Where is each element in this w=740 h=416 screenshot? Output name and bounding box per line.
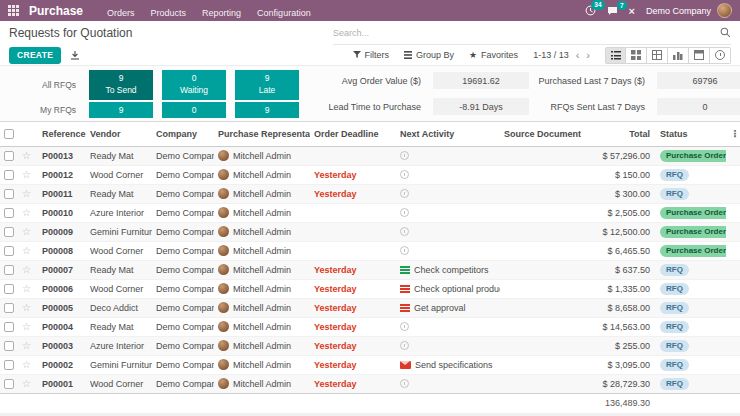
view-switch-list[interactable]: [605, 47, 626, 64]
kpi-value[interactable]: 0: [657, 98, 740, 115]
row-checkbox[interactable]: [4, 151, 14, 161]
table-row[interactable]: P00004 Ready Mat Demo Company Mitchell A…: [0, 317, 740, 336]
column-header-source[interactable]: Source Document: [500, 122, 592, 146]
optional-columns-icon[interactable]: [730, 129, 740, 139]
table-row[interactable]: P00003 Azure Interior Demo Company Mitch…: [0, 336, 740, 355]
favorite-star-icon[interactable]: [22, 303, 31, 313]
row-checkbox[interactable]: [4, 265, 14, 275]
activity-count-badge: 34: [591, 0, 604, 10]
pager-next-button[interactable]: [586, 50, 590, 61]
column-header-total[interactable]: Total: [592, 122, 656, 146]
tile-all-to-send[interactable]: 9To Send: [89, 70, 153, 100]
table-row[interactable]: P00002 Gemini Furniture Demo Company Mit…: [0, 355, 740, 374]
kpi-value[interactable]: -8.91 Days: [433, 98, 529, 115]
row-checkbox[interactable]: [4, 189, 14, 199]
view-switch-activity[interactable]: [710, 47, 731, 64]
menu-orders[interactable]: Orders: [99, 8, 143, 18]
table-row[interactable]: P00011 Ready Mat Demo Company Mitchell A…: [0, 184, 740, 203]
create-button[interactable]: CREATE: [9, 47, 61, 64]
column-header-rep[interactable]: Purchase Representative: [214, 122, 310, 146]
messages-button[interactable]: 7: [607, 6, 618, 16]
favorite-star-icon[interactable]: [22, 341, 31, 351]
menu-configuration[interactable]: Configuration: [249, 8, 319, 18]
favorite-star-icon[interactable]: [22, 170, 31, 180]
export-button[interactable]: [70, 50, 80, 60]
clock-activity-icon[interactable]: [400, 170, 409, 179]
row-checkbox[interactable]: [4, 284, 14, 294]
rep-avatar: [218, 150, 229, 161]
search-input[interactable]: [333, 28, 720, 38]
table-row[interactable]: P00009 Gemini Furniture Demo Company Mit…: [0, 222, 740, 241]
kpi-value[interactable]: 69796: [657, 72, 740, 89]
clock-activity-icon[interactable]: [400, 246, 409, 255]
tile-all-late[interactable]: 9Late: [235, 70, 299, 100]
favorites-button[interactable]: Favorites: [469, 50, 518, 60]
clock-activity-icon[interactable]: [400, 227, 409, 236]
column-header-ref[interactable]: Reference: [38, 122, 86, 146]
user-menu[interactable]: Demo Company: [646, 3, 732, 18]
pager-previous-button[interactable]: [576, 50, 580, 61]
favorite-star-icon[interactable]: [22, 322, 31, 332]
view-switch-graph[interactable]: [668, 47, 689, 64]
search-icon[interactable]: [720, 27, 731, 38]
clock-activity-icon[interactable]: [400, 208, 409, 217]
view-switch-kanban[interactable]: [626, 47, 647, 64]
table-row[interactable]: P00006 Wood Corner Demo Company Mitchell…: [0, 279, 740, 298]
envelope-red-activity-icon[interactable]: [400, 361, 411, 369]
column-header-activity[interactable]: Next Activity: [396, 122, 500, 146]
tile-my-to-send[interactable]: 9: [89, 102, 153, 118]
wrench-button[interactable]: [629, 3, 635, 18]
tasks-red-activity-icon[interactable]: [400, 304, 410, 312]
kpi-value[interactable]: 19691.62: [433, 72, 529, 89]
table-row[interactable]: P00010 Azure Interior Demo Company Mitch…: [0, 203, 740, 222]
view-switch-pivot[interactable]: [647, 47, 668, 64]
column-header-status[interactable]: Status: [656, 122, 726, 146]
favorite-star-icon[interactable]: [22, 284, 31, 294]
clock-activity-icon[interactable]: [400, 189, 409, 198]
row-checkbox[interactable]: [4, 227, 14, 237]
row-checkbox[interactable]: [4, 303, 14, 313]
favorite-star-icon[interactable]: [22, 360, 31, 370]
favorite-star-icon[interactable]: [22, 189, 31, 199]
row-checkbox[interactable]: [4, 379, 14, 389]
favorite-star-icon[interactable]: [22, 151, 31, 161]
tasks-green-activity-icon[interactable]: [400, 266, 410, 274]
favorite-star-icon[interactable]: [22, 208, 31, 218]
column-header-vendor[interactable]: Vendor: [86, 122, 152, 146]
clock-activity-icon[interactable]: [400, 341, 409, 350]
row-checkbox[interactable]: [4, 322, 14, 332]
select-all-checkbox[interactable]: [4, 129, 14, 139]
row-checkbox[interactable]: [4, 360, 14, 370]
table-row[interactable]: P00012 Wood Corner Demo Company Mitchell…: [0, 165, 740, 184]
clock-activity-icon[interactable]: [400, 322, 409, 331]
activities-button[interactable]: 34: [585, 5, 596, 16]
tile-my-waiting[interactable]: 0: [162, 102, 226, 118]
menu-reporting[interactable]: Reporting: [194, 8, 249, 18]
clock-activity-icon[interactable]: [400, 151, 409, 160]
row-checkbox[interactable]: [4, 170, 14, 180]
row-checkbox[interactable]: [4, 246, 14, 256]
favorite-star-icon[interactable]: [22, 227, 31, 237]
table-row[interactable]: P00007 Ready Mat Demo Company Mitchell A…: [0, 260, 740, 279]
favorite-star-icon[interactable]: [22, 246, 31, 256]
favorite-star-icon[interactable]: [22, 379, 31, 389]
clock-activity-icon[interactable]: [400, 379, 409, 388]
view-switch-calendar[interactable]: [689, 47, 710, 64]
tasks-red-activity-icon[interactable]: [400, 285, 410, 293]
column-header-company[interactable]: Company: [152, 122, 214, 146]
row-checkbox[interactable]: [4, 208, 14, 218]
table-row[interactable]: P00001 Wood Corner Demo Company Mitchell…: [0, 374, 740, 393]
tile-all-waiting[interactable]: 0Waiting: [162, 70, 226, 100]
table-row[interactable]: P00013 Ready Mat Demo Company Mitchell A…: [0, 146, 740, 165]
table-row[interactable]: P00008 Wood Corner Demo Company Mitchell…: [0, 241, 740, 260]
groupby-button[interactable]: Group By: [404, 50, 454, 60]
column-header-deadline[interactable]: Order Deadline: [310, 122, 396, 146]
table-row[interactable]: P00005 Deco Addict Demo Company Mitchell…: [0, 298, 740, 317]
menu-products[interactable]: Products: [143, 8, 195, 18]
tile-my-late[interactable]: 9: [235, 102, 299, 118]
favorite-star-icon[interactable]: [22, 265, 31, 275]
apps-menu-button[interactable]: [8, 5, 19, 16]
app-name[interactable]: Purchase: [29, 4, 83, 18]
filters-button[interactable]: Filters: [353, 50, 390, 60]
row-checkbox[interactable]: [4, 341, 14, 351]
